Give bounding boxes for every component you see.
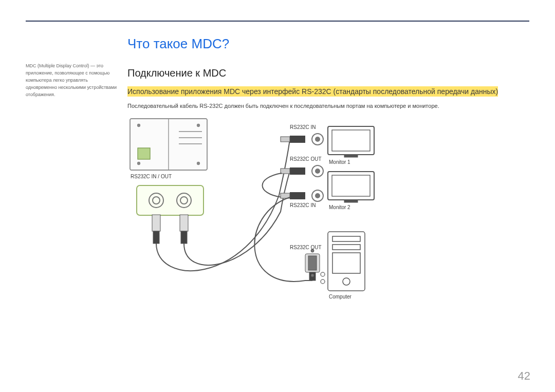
label-rs232c-out-1: RS232C OUT	[290, 156, 322, 162]
svg-point-34	[315, 193, 320, 198]
top-rule	[26, 21, 529, 22]
highlighted-text: Использование приложения MDC через интер…	[127, 86, 529, 98]
svg-point-42	[343, 278, 350, 285]
sidebar-note: MDC (Multiple Display Control) — это при…	[26, 36, 127, 99]
label-rs232c-in-out: RS232C IN / OUT	[131, 174, 172, 179]
svg-rect-31	[290, 192, 305, 199]
svg-rect-41	[332, 253, 360, 273]
svg-point-48	[321, 272, 325, 276]
label-computer: Computer	[329, 294, 351, 300]
svg-rect-21	[281, 137, 290, 142]
svg-rect-40	[332, 245, 360, 250]
svg-rect-39	[332, 236, 360, 241]
page-layout: MDC (Multiple Display Control) — это при…	[26, 36, 529, 332]
svg-rect-17	[153, 231, 159, 244]
label-monitor-1: Monitor 1	[329, 159, 350, 165]
svg-point-30	[315, 169, 320, 174]
section-heading: Подключение к MDC	[127, 67, 529, 79]
svg-point-47	[311, 274, 314, 277]
svg-rect-37	[344, 200, 358, 202]
label-rs232c-in-2: RS232C IN	[290, 202, 316, 208]
svg-rect-36	[332, 175, 370, 196]
svg-rect-19	[181, 231, 187, 244]
page-number: 42	[518, 369, 530, 383]
svg-rect-16	[152, 215, 160, 231]
highlight-span: Использование приложения MDC через интер…	[127, 86, 498, 97]
svg-rect-28	[281, 169, 290, 174]
svg-rect-18	[180, 215, 188, 231]
svg-point-4	[138, 124, 140, 126]
connection-diagram: RS232C IN / OUT RS232C IN RS232C OUT RS2…	[127, 116, 415, 332]
svg-point-7	[197, 162, 200, 164]
label-monitor-2: Monitor 2	[329, 204, 350, 210]
svg-rect-20	[290, 136, 305, 143]
svg-point-5	[197, 124, 200, 126]
label-rs232c-in-1: RS232C IN	[290, 124, 316, 130]
page-title: Что такое MDC?	[127, 36, 529, 52]
svg-point-23	[315, 137, 320, 142]
svg-rect-25	[332, 130, 370, 151]
svg-rect-26	[344, 155, 358, 157]
svg-point-6	[138, 162, 140, 164]
diagram-svg	[127, 116, 415, 332]
svg-rect-44	[308, 256, 317, 270]
svg-rect-27	[290, 167, 305, 175]
svg-point-49	[321, 279, 325, 284]
body-text: Последовательный кабель RS-232C должен б…	[127, 103, 529, 109]
svg-rect-3	[138, 148, 150, 159]
label-rs232c-out-2: RS232C OUT	[290, 245, 322, 250]
svg-rect-11	[137, 185, 203, 215]
main-content: Что такое MDC? Подключение к MDC Использ…	[127, 36, 529, 332]
